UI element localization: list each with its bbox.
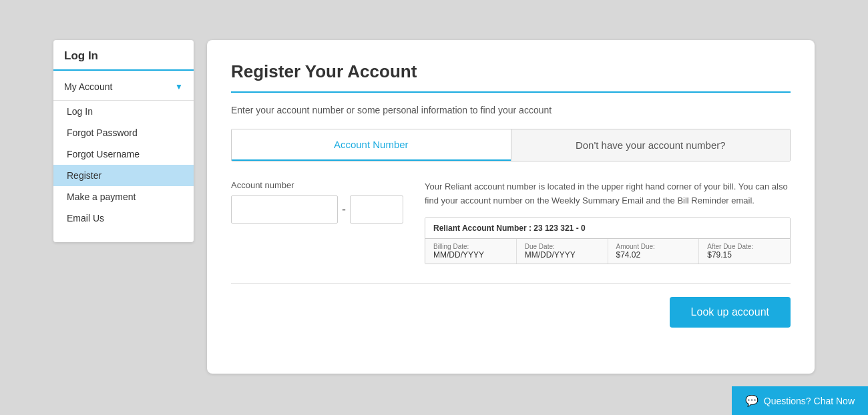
account-inputs-row: -	[231, 195, 403, 224]
sidebar-item-login[interactable]: Log In	[53, 101, 194, 122]
tab-account-number[interactable]: Account Number	[232, 129, 511, 161]
bottom-divider	[231, 283, 791, 284]
title-divider	[231, 91, 791, 93]
account-tabs: Account Number Don't have your account n…	[231, 129, 791, 161]
after-due-label: After Due Date:	[707, 243, 782, 250]
bill-cell-billing-date: Billing Date: MM/DD/YYYY	[425, 239, 517, 264]
sidebar-nav: Log In Forgot Password Forgot Username R…	[53, 101, 194, 229]
amount-due-value: $74.02	[616, 250, 691, 260]
account-number-section: Account number - Your Reliant account nu…	[231, 180, 791, 264]
account-info-text: Your Reliant account number is located i…	[425, 180, 791, 208]
sidebar: Log In My Account ▼ Log In Forgot Passwo…	[53, 40, 194, 242]
sidebar-header: Log In	[53, 40, 194, 71]
billing-date-value: MM/DD/YYYY	[433, 250, 508, 260]
account-number-label: Account number	[231, 180, 403, 190]
chevron-down-icon: ▼	[175, 82, 183, 91]
bill-data-row: Billing Date: MM/DD/YYYY Due Date: MM/DD…	[425, 239, 790, 264]
sidebar-item-register[interactable]: Register	[53, 165, 194, 186]
account-info-box: Your Reliant account number is located i…	[425, 180, 791, 264]
bill-preview: Reliant Account Number : 23 123 321 - 0 …	[425, 218, 791, 264]
bill-header: Reliant Account Number : 23 123 321 - 0	[425, 218, 790, 239]
account-number-input-part2[interactable]	[350, 195, 403, 224]
bill-cell-after-due: After Due Date: $79.15	[699, 239, 790, 264]
lookup-button-area: Look up account	[231, 297, 791, 328]
account-input-area: Account number -	[231, 180, 403, 224]
after-due-value: $79.15	[707, 250, 782, 260]
account-number-input-part1[interactable]	[231, 195, 338, 224]
main-content: Register Your Account Enter your account…	[207, 40, 815, 374]
amount-due-label: Amount Due:	[616, 243, 691, 250]
sidebar-item-email-us[interactable]: Email Us	[53, 208, 194, 229]
sidebar-item-forgot-password[interactable]: Forgot Password	[53, 122, 194, 143]
sidebar-section: My Account ▼	[53, 71, 194, 101]
tab-no-account-number[interactable]: Don't have your account number?	[511, 129, 791, 161]
page-title: Register Your Account	[231, 61, 791, 82]
bill-cell-due-date: Due Date: MM/DD/YYYY	[517, 239, 608, 264]
lookup-account-button[interactable]: Look up account	[670, 297, 791, 328]
sidebar-item-make-payment[interactable]: Make a payment	[53, 186, 194, 208]
chat-icon: 💬	[745, 394, 758, 407]
subtitle: Enter your account number or some person…	[231, 105, 791, 115]
sidebar-section-my-account[interactable]: My Account ▼	[53, 76, 194, 97]
billing-date-label: Billing Date:	[433, 243, 508, 250]
bill-cell-amount-due: Amount Due: $74.02	[608, 239, 700, 264]
sidebar-section-label: My Account	[64, 81, 112, 92]
input-separator: -	[342, 203, 346, 217]
due-date-label: Due Date:	[525, 243, 600, 250]
sidebar-item-forgot-username[interactable]: Forgot Username	[53, 143, 194, 165]
due-date-value: MM/DD/YYYY	[525, 250, 600, 260]
chat-now-button[interactable]: 💬 Questions? Chat Now	[732, 386, 868, 415]
chat-label: Questions? Chat Now	[764, 396, 855, 406]
